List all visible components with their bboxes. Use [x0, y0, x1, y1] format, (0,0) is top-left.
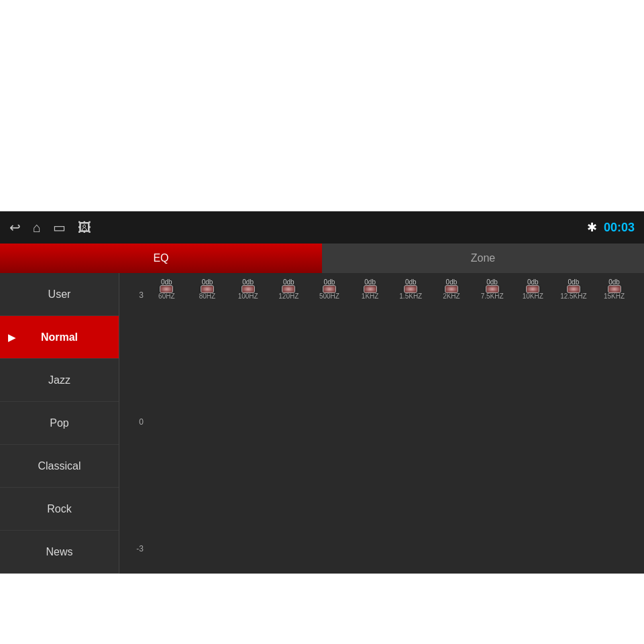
slider-track [286, 288, 290, 290]
nav-icons: ↩ ⌂ ▭ 🖼 [9, 219, 91, 235]
sidebar-item-news[interactable]: News [0, 531, 119, 574]
sidebar-item-user[interactable]: User [0, 273, 119, 316]
freq-label-15khz: 15KHZ [601, 292, 628, 300]
slider-thumb[interactable] [364, 285, 377, 293]
status-area: ✱ 00:03 [587, 220, 635, 235]
image-icon[interactable]: 🖼 [78, 220, 91, 235]
tab-eq[interactable]: EQ [0, 244, 322, 273]
slider-thumb[interactable] [404, 285, 417, 293]
slider-track [368, 288, 372, 290]
freq-label-1.5khz: 1.5KHZ [397, 292, 424, 300]
slider-track [327, 288, 331, 290]
freq-label-1khz: 1KHZ [357, 292, 384, 300]
freq-label-120hz: 120HZ [275, 292, 302, 300]
y-label-mid: 0 [126, 417, 144, 427]
slider-track [164, 288, 168, 290]
slider-track [612, 288, 616, 290]
eq-panel: 3 0 -3 0db0db0db0db0db0db0db0db0db0db0db… [119, 273, 644, 574]
y-axis: 3 0 -3 [126, 278, 144, 568]
slider-track [449, 288, 453, 290]
slider-thumb[interactable] [445, 285, 458, 293]
slider-thumb[interactable] [526, 285, 539, 293]
tab-bar: EQ Zone [0, 244, 644, 273]
tab-zone[interactable]: Zone [322, 244, 644, 273]
sidebar-item-pop[interactable]: Pop [0, 402, 119, 445]
y-label-bot: -3 [126, 544, 144, 553]
freq-label-60hz: 60HZ [153, 292, 180, 300]
slider-thumb[interactable] [241, 285, 255, 293]
slider-thumb[interactable] [567, 285, 580, 293]
slider-track [205, 288, 209, 290]
back-icon[interactable]: ↩ [9, 219, 21, 235]
freq-label-2khz: 2KHZ [438, 292, 465, 300]
clock-display: 00:03 [604, 221, 635, 235]
slider-thumb[interactable] [323, 285, 336, 293]
slider-thumb[interactable] [201, 285, 214, 293]
sidebar-item-normal[interactable]: ▶ Normal [0, 316, 119, 359]
device-screen: ↩ ⌂ ▭ 🖼 ✱ 00:03 EQ Zone User ▶ Normal [0, 211, 644, 574]
eq-preset-sidebar: User ▶ Normal Jazz Pop Classical Rock Ne… [0, 273, 119, 574]
freq-label-7.5khz: 7.5KHZ [479, 292, 506, 300]
screen-icon[interactable]: ▭ [53, 219, 66, 235]
active-indicator-icon: ▶ [8, 332, 15, 343]
bluetooth-icon: ✱ [587, 220, 597, 235]
freq-label-12.5khz: 12.5KHZ [560, 292, 587, 300]
sidebar-item-classical[interactable]: Classical [0, 445, 119, 488]
slider-thumb[interactable] [160, 285, 173, 293]
slider-track [409, 288, 413, 290]
main-content: User ▶ Normal Jazz Pop Classical Rock Ne… [0, 273, 644, 574]
freq-label-80hz: 80HZ [194, 292, 221, 300]
freq-label-100hz: 100HZ [235, 292, 262, 300]
slider-thumb[interactable] [608, 285, 621, 293]
slider-track [490, 288, 494, 290]
slider-track [531, 288, 535, 290]
y-label-top: 3 [126, 290, 144, 300]
home-icon[interactable]: ⌂ [33, 220, 41, 235]
freq-labels-row: 60HZ80HZ100HZ120HZ500HZ1KHZ1.5KHZ2KHZ7.5… [144, 290, 637, 300]
eq-scale: 3 0 -3 0db0db0db0db0db0db0db0db0db0db0db… [126, 278, 637, 568]
slider-thumb[interactable] [486, 285, 499, 293]
freq-label-10khz: 10KHZ [519, 292, 546, 300]
freq-label-500hz: 500HZ [316, 292, 343, 300]
db-labels-row: 0db0db0db0db0db0db0db0db0db0db0db0db [144, 278, 637, 286]
top-bar: ↩ ⌂ ▭ 🖼 ✱ 00:03 [0, 211, 644, 244]
sidebar-item-rock[interactable]: Rock [0, 488, 119, 531]
sidebar-item-jazz[interactable]: Jazz [0, 359, 119, 402]
slider-track [246, 288, 250, 290]
slider-thumb[interactable] [282, 285, 295, 293]
sliders-area: 0db0db0db0db0db0db0db0db0db0db0db0db 60H… [144, 278, 637, 300]
slider-track [572, 288, 576, 290]
